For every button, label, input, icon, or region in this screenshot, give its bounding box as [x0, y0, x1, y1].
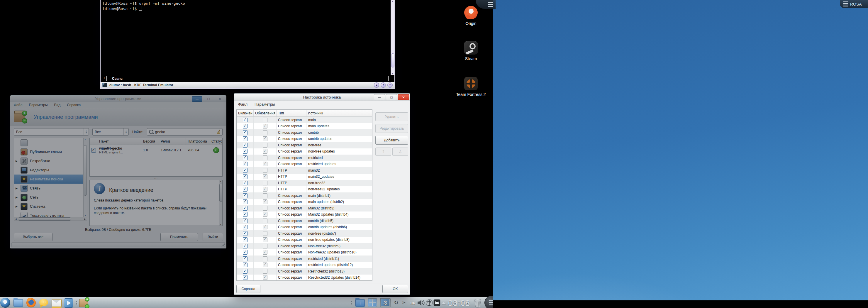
updates-checkbox[interactable] [263, 149, 268, 154]
source-row[interactable]: Список зеркал non-free (distrib7) [237, 230, 372, 237]
tray-expander-icon[interactable] [442, 298, 447, 308]
scrollbar-thumb[interactable] [391, 53, 395, 67]
enabled-checkbox[interactable] [243, 118, 248, 122]
desktop-toolbox-rosa[interactable]: ROSA [840, 0, 868, 8]
close-button[interactable]: ✕ [388, 83, 393, 88]
updates-checkbox[interactable] [263, 162, 268, 166]
updates-checkbox[interactable] [263, 168, 268, 173]
menu-file[interactable]: Файл [238, 102, 248, 106]
enabled-checkbox[interactable] [243, 237, 248, 242]
keyboard-layout-indicator[interactable]: us [409, 298, 416, 308]
source-row[interactable]: Список зеркал Non-free32 Updates (distri… [237, 249, 372, 256]
select-all-button[interactable]: Выбрать все [14, 233, 53, 241]
terminal-scrollbar[interactable]: ▲ ▼ [391, 0, 395, 75]
maximize-button[interactable]: ▢ [386, 94, 397, 100]
enabled-checkbox[interactable] [243, 193, 248, 198]
menu-help[interactable]: Справка [67, 103, 81, 107]
desktop-icon-origin[interactable]: Origin [453, 6, 489, 26]
remove-button[interactable]: Удалить [375, 112, 408, 121]
search-input[interactable]: gecko [147, 128, 223, 135]
enabled-checkbox[interactable] [243, 263, 248, 267]
menu-view[interactable]: Вид [54, 103, 60, 107]
tree-item[interactable]: ▶ Связь [14, 184, 87, 193]
pager-icon[interactable] [368, 298, 378, 308]
source-row[interactable]: Список зеркал contrib [237, 129, 372, 136]
updates-checkbox[interactable] [263, 275, 268, 280]
new-tab-button[interactable]: + [102, 76, 107, 81]
updates-checkbox[interactable] [263, 155, 268, 160]
source-row[interactable]: Список зеркал non-free [237, 142, 372, 148]
terminal-titlebar[interactable]: dlumv : bash - KDE Terminal Emulator ▴ ▾… [101, 82, 395, 88]
minimize-button[interactable]: ▾ [381, 83, 386, 88]
source-row[interactable]: HTTP main32 [237, 167, 372, 174]
apply-button[interactable]: Применить [160, 233, 198, 241]
trash-icon[interactable] [473, 298, 483, 308]
usb-icon[interactable] [426, 298, 433, 308]
tree-item[interactable]: ▶ Редакторы [14, 165, 87, 175]
source-row[interactable]: Список зеркал Non-free32 (distrib9) [237, 243, 372, 249]
source-row[interactable]: Список зеркал non-free updates [237, 148, 372, 155]
enabled-checkbox[interactable] [243, 136, 248, 141]
enabled-checkbox[interactable] [243, 162, 248, 166]
enabled-checkbox[interactable] [243, 219, 248, 223]
tree-item[interactable]: ▶ [14, 138, 87, 147]
enabled-checkbox[interactable] [243, 143, 248, 148]
menu-file[interactable]: Файл [14, 103, 23, 107]
keep-above-button[interactable]: ▴ [374, 83, 379, 88]
source-row[interactable]: Список зеркал non-free updates (distrib8… [237, 237, 372, 243]
power-plug-icon[interactable] [433, 298, 440, 308]
minimize-button[interactable]: — [192, 96, 202, 102]
close-button[interactable]: ✕ [215, 96, 225, 102]
enabled-checkbox[interactable] [243, 231, 248, 236]
expander-arrow-icon[interactable]: ▶ [16, 196, 18, 199]
downloads-folder-icon[interactable] [355, 298, 365, 308]
enabled-checkbox[interactable] [243, 130, 248, 135]
sync-icon[interactable]: ↻ [392, 298, 400, 308]
col-platform[interactable]: Платформа [186, 138, 210, 145]
col-type[interactable]: Тип [277, 110, 306, 117]
updates-checkbox[interactable] [263, 143, 268, 148]
enabled-checkbox[interactable] [243, 155, 248, 160]
updates-checkbox[interactable] [263, 130, 268, 135]
resize-grip[interactable] [221, 243, 225, 246]
tree-item[interactable]: ▶ Результаты поиска [14, 175, 87, 184]
quit-button[interactable]: Выйти [203, 233, 223, 241]
enabled-checkbox[interactable] [243, 206, 248, 211]
source-row[interactable]: Список зеркал contrib updates [237, 136, 372, 142]
add-button[interactable]: Добавить [375, 136, 408, 145]
source-row[interactable]: Список зеркал main updates (distrib2) [237, 199, 372, 205]
tree-item[interactable]: ▶ Текстовые утилиты [14, 211, 87, 217]
enabled-checkbox[interactable] [243, 250, 248, 255]
updates-checkbox[interactable] [263, 219, 268, 223]
tree-item[interactable]: ▶ Публичные ключи [14, 147, 87, 156]
system-settings-icon[interactable]: ⚙ [380, 298, 391, 308]
hide-tabbar-button[interactable]: − [388, 76, 393, 81]
source-row[interactable]: Список зеркал Main32 Updates (distrib4) [237, 212, 372, 218]
updates-checkbox[interactable] [263, 124, 268, 128]
mail-icon[interactable] [52, 298, 62, 308]
updates-checkbox[interactable] [263, 250, 268, 255]
enabled-checkbox[interactable] [243, 244, 248, 248]
package-manager-icon[interactable] [79, 298, 89, 308]
updates-checkbox[interactable] [263, 193, 268, 198]
messenger-icon[interactable] [39, 298, 49, 308]
updates-checkbox[interactable] [263, 244, 268, 248]
enabled-checkbox[interactable] [243, 199, 248, 204]
source-row[interactable]: HTTP non-free32_updates [237, 186, 372, 193]
panel-splitter[interactable]: ⋯ [89, 177, 223, 180]
source-row[interactable]: Список зеркал Main32 (distrib3) [237, 205, 372, 212]
enabled-checkbox[interactable] [243, 124, 248, 128]
media-player-icon[interactable] [64, 298, 74, 308]
info-scrollbar[interactable]: ▲▼ [219, 180, 222, 225]
edit-button[interactable]: Редактировать [375, 124, 408, 133]
col-updates[interactable]: Обновления [254, 110, 277, 117]
enabled-checkbox[interactable] [243, 174, 248, 179]
maximize-button[interactable]: ▢ [203, 96, 214, 102]
updates-checkbox[interactable] [263, 256, 268, 261]
menu-options[interactable]: Параметры [254, 102, 275, 106]
source-row[interactable]: Список зеркал main updates [237, 123, 372, 130]
terminal-console[interactable]: [dlumv@Rosa ~]$ urpmf -mf wine-gecko[dlu… [101, 0, 391, 75]
expander-arrow-icon[interactable]: ▶ [16, 205, 18, 208]
enabled-checkbox[interactable] [243, 256, 248, 261]
file-manager-icon[interactable] [13, 298, 24, 308]
